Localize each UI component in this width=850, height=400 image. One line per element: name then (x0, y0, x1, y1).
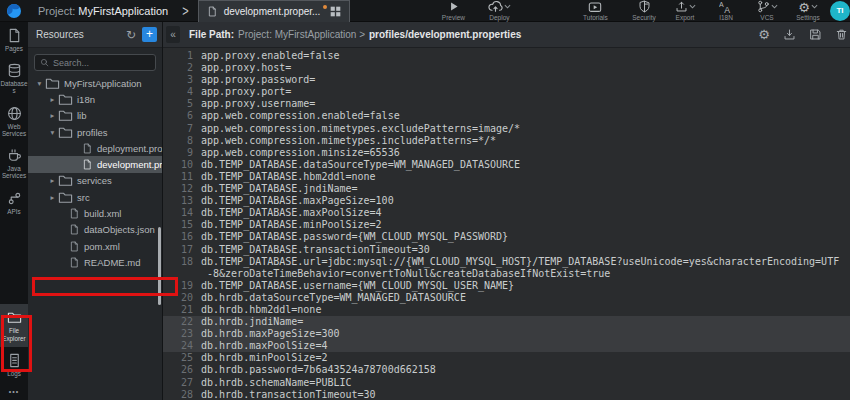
export-button[interactable]: Export (667, 0, 703, 21)
tutorials-button[interactable]: Tutorials (577, 0, 613, 21)
delete-button[interactable] (835, 28, 848, 41)
avatar[interactable]: TI (830, 1, 850, 21)
folder-icon (58, 190, 73, 205)
resources-header: Resources ↻ + (28, 22, 162, 48)
code-line[interactable]: 25db.hrdb.minPoolSize=2 (163, 352, 850, 364)
sidebar-item-web-services[interactable]: Web Services (0, 100, 28, 142)
code-line[interactable]: 27db.hrdb.schemaName=PUBLIC (163, 377, 850, 389)
more-options-button[interactable]: ••• (9, 382, 19, 400)
caret-down-icon[interactable] (771, 4, 778, 9)
top-bar: Project: MyFirstApplication > developmen… (0, 0, 850, 22)
code-line[interactable]: 12db.TEMP_DATABASE.jndiName= (163, 183, 850, 195)
code-line[interactable]: 5app.proxy.username= (163, 98, 850, 110)
line-number (163, 268, 193, 280)
chevron-down-icon[interactable]: ▾ (47, 128, 58, 137)
code-line[interactable]: -8&zeroDateTimeBehavior=convertToNull&cr… (163, 268, 850, 280)
code-line[interactable]: 7app.web.compression.mimetypes.excludePa… (163, 123, 850, 135)
tree-item-myfirstapplication[interactable]: ▾MyFirstApplication (28, 75, 162, 91)
code-line[interactable]: 26db.hrdb.password=7b6a43524a78700d66215… (163, 364, 850, 376)
editor-settings-button[interactable]: ⚙ (758, 28, 770, 41)
code-line[interactable]: 10db.TEMP_DATABASE.dataSourceType=WM_MAN… (163, 159, 850, 171)
code-line[interactable]: 2app.proxy.host= (163, 62, 850, 74)
svg-text:A: A (724, 4, 730, 13)
tree-item-label: build.xml (84, 208, 122, 219)
tree-item-development-properties[interactable]: development.properties (28, 156, 162, 172)
code-line[interactable]: 18db.TEMP_DATABASE.url=jdbc:mysql://{WM_… (163, 256, 850, 268)
tree-item-src[interactable]: ▸src (28, 189, 162, 205)
shield-icon (638, 0, 651, 13)
refresh-icon[interactable]: ↻ (126, 29, 136, 41)
tree-item-lib[interactable]: ▸lib (28, 108, 162, 124)
tree-scrollbar[interactable] (158, 227, 161, 305)
collapse-panel-button[interactable]: « (166, 26, 180, 43)
code-line[interactable]: 3app.proxy.password= (163, 74, 850, 86)
sidebar-item-pages[interactable]: Pages (0, 22, 28, 57)
tree-item-i18n[interactable]: ▸i18n (28, 91, 162, 107)
code-line[interactable]: 15db.TEMP_DATABASE.minPoolSize=2 (163, 219, 850, 231)
caret-down-icon[interactable] (811, 4, 818, 9)
code-line[interactable]: 4app.proxy.port= (163, 86, 850, 98)
sidebar-item-logs[interactable]: Logs (0, 347, 28, 382)
code-line[interactable]: 1app.proxy.enabled=false (163, 50, 850, 62)
grid-icon[interactable] (330, 6, 341, 17)
i18n-button[interactable]: AAI18N (708, 0, 744, 21)
code-line[interactable]: 20db.hrdb.dataSourceType=WM_MANAGED_DATA… (163, 292, 850, 304)
code-line[interactable]: 21db.hrdb.hbm2ddl=none (163, 304, 850, 316)
caret-down-icon[interactable] (504, 4, 511, 9)
tree-item-label: deployment.properties (97, 143, 162, 154)
code-line[interactable]: 17db.TEMP_DATABASE.transactionTimeout=30 (163, 244, 850, 256)
download-button[interactable] (783, 28, 796, 41)
tree-item-services[interactable]: ▸services (28, 173, 162, 189)
globe-icon (7, 106, 22, 121)
code-line[interactable]: 13db.TEMP_DATABASE.maxPageSize=100 (163, 195, 850, 207)
code-line[interactable]: 9app.web.compression.minsize=65536 (163, 147, 850, 159)
chevron-right-icon[interactable]: ▸ (47, 111, 58, 120)
editor-toolbar: ⚙ (758, 28, 848, 41)
code-line[interactable]: 23db.hrdb.maxPageSize=300 (163, 328, 850, 340)
tree-item-dataobjects-json[interactable]: dataObjects.json (28, 222, 162, 238)
vcs-button[interactable]: VCS (749, 0, 785, 21)
preview-button[interactable]: Preview (435, 0, 471, 21)
tree-item-pom-xml[interactable]: pom.xml (28, 238, 162, 254)
save-button[interactable] (809, 28, 822, 41)
tree-item-deployment-properties[interactable]: deployment.properties (28, 140, 162, 156)
code-line[interactable]: 8app.web.compression.mimetypes.includePa… (163, 135, 850, 147)
tree-item-readme-md[interactable]: README.md (28, 254, 162, 270)
caret-down-icon[interactable] (689, 4, 696, 9)
search-input[interactable]: Search... (34, 54, 156, 71)
code-line[interactable]: 6app.web.compression.enabled=false (163, 110, 850, 122)
code-line[interactable]: 14db.TEMP_DATABASE.maxPoolSize=4 (163, 207, 850, 219)
tree-item-build-xml[interactable]: build.xml (28, 205, 162, 221)
sidebar-item-apis[interactable]: APIs (0, 185, 28, 220)
code-line[interactable]: 22db.hrdb.jndiName= (163, 316, 850, 328)
settings-button[interactable]: ⚙Settings (790, 0, 826, 21)
chevron-down-icon[interactable]: ▾ (34, 79, 45, 88)
security-button[interactable]: Security (626, 0, 662, 21)
add-resource-button[interactable]: + (142, 27, 157, 42)
tab-development-properties[interactable]: development.proper... (198, 0, 351, 22)
chevron-right-icon[interactable]: ▸ (47, 193, 58, 202)
app-logo-icon[interactable] (0, 3, 28, 19)
code-line[interactable]: 24db.hrdb.maxPoolSize=4 (163, 340, 850, 352)
code-text: db.hrdb.hbm2ddl=none (193, 304, 321, 316)
sidebar-item-file-explorer[interactable]: File Explorer (0, 304, 28, 346)
code-line[interactable]: 28db.hrdb.transactionTimeout=30 (163, 389, 850, 400)
tree-item-label: src (77, 192, 90, 203)
code-line[interactable]: 19db.TEMP_DATABASE.username={WM_CLOUD_MY… (163, 280, 850, 292)
code-text: db.hrdb.transactionTimeout=30 (193, 389, 376, 400)
tree-item-profiles[interactable]: ▾profiles (28, 124, 162, 140)
deploy-button[interactable]: Deploy (481, 0, 517, 21)
code-editor[interactable]: 1app.proxy.enabled=false2app.proxy.host=… (163, 48, 850, 400)
sidebar-item-java-services[interactable]: Java Services (0, 142, 28, 184)
file-icon (69, 224, 80, 235)
file-path-label: File Path: (189, 29, 234, 40)
sidebar-item-label: Databases (1, 80, 28, 94)
code-line[interactable]: 11db.TEMP_DATABASE.hbm2ddl=none (163, 171, 850, 183)
chevron-right-icon[interactable]: ▸ (47, 176, 58, 185)
tree-item-label: profiles (77, 127, 108, 138)
sidebar-item-databases[interactable]: Databases (0, 57, 28, 99)
line-number: 22 (163, 316, 193, 328)
code-line[interactable]: 16db.TEMP_DATABASE.password={WM_CLOUD_MY… (163, 231, 850, 243)
chevron-right-icon[interactable]: ▸ (47, 95, 58, 104)
line-number: 5 (163, 98, 193, 110)
